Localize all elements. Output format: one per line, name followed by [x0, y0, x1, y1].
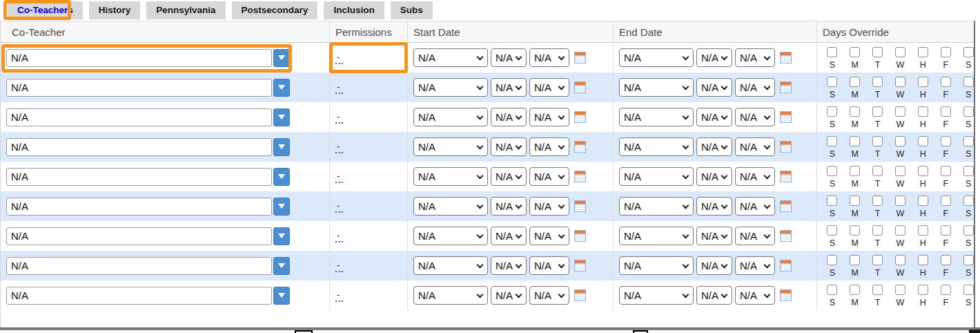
day-checkbox[interactable]	[941, 285, 951, 295]
end-year-select[interactable]: N/A	[735, 48, 775, 67]
day-checkbox[interactable]	[941, 255, 951, 265]
co-teacher-combobox[interactable]: N/A	[6, 227, 272, 245]
day-checkbox[interactable]	[941, 136, 951, 146]
day-checkbox[interactable]	[941, 77, 951, 87]
day-checkbox[interactable]	[827, 255, 837, 265]
start-year-select[interactable]: N/A	[529, 108, 569, 126]
tab-pennsylvania[interactable]: Pennsylvania	[146, 1, 225, 19]
day-checkbox[interactable]	[850, 106, 860, 117]
calendar-icon[interactable]	[780, 82, 792, 93]
calendar-icon[interactable]	[780, 200, 792, 212]
end-day-select[interactable]: N/A	[696, 256, 732, 275]
end-year-select[interactable]: N/A	[735, 256, 775, 275]
day-checkbox[interactable]	[963, 77, 974, 87]
tab-postsecondary[interactable]: Postsecondary	[232, 1, 318, 19]
day-checkbox[interactable]	[895, 225, 905, 236]
tab-co-teachers[interactable]: Co-Teachers	[8, 1, 83, 19]
co-teacher-dropdown-button[interactable]	[273, 198, 290, 216]
day-checkbox[interactable]	[850, 196, 860, 206]
tab-inclusion[interactable]: Inclusion	[324, 1, 384, 19]
end-day-select[interactable]: N/A	[696, 197, 732, 216]
permissions-link[interactable]: -	[335, 200, 343, 213]
day-checkbox[interactable]	[895, 77, 905, 87]
day-checkbox[interactable]	[963, 285, 974, 295]
day-checkbox[interactable]	[872, 77, 883, 87]
day-checkbox[interactable]	[850, 285, 860, 295]
day-checkbox[interactable]	[827, 196, 837, 206]
end-year-select[interactable]: N/A	[735, 78, 775, 97]
start-day-select[interactable]: N/A	[491, 78, 527, 97]
end-month-select[interactable]: N/A	[619, 286, 694, 305]
day-checkbox[interactable]	[941, 225, 951, 236]
day-checkbox[interactable]	[827, 77, 837, 87]
permissions-link[interactable]: -	[335, 141, 343, 153]
calendar-icon[interactable]	[574, 52, 586, 64]
calendar-icon[interactable]	[574, 111, 586, 123]
day-checkbox[interactable]	[895, 136, 905, 146]
day-checkbox[interactable]	[850, 77, 860, 87]
start-day-select[interactable]: N/A	[491, 137, 527, 156]
day-checkbox[interactable]	[895, 255, 905, 265]
day-checkbox[interactable]	[941, 47, 951, 57]
start-day-select[interactable]: N/A	[491, 286, 527, 305]
day-checkbox[interactable]	[895, 106, 905, 117]
day-checkbox[interactable]	[941, 106, 951, 117]
day-checkbox[interactable]	[941, 166, 951, 176]
day-checkbox[interactable]	[850, 47, 860, 57]
start-day-select[interactable]: N/A	[491, 227, 527, 245]
day-checkbox[interactable]	[963, 255, 974, 265]
day-checkbox[interactable]	[850, 136, 860, 146]
day-checkbox[interactable]	[963, 136, 974, 146]
day-checkbox[interactable]	[850, 166, 860, 176]
end-year-select[interactable]: N/A	[735, 197, 775, 216]
day-checkbox[interactable]	[895, 285, 905, 295]
permissions-link[interactable]: -	[335, 260, 343, 272]
day-checkbox[interactable]	[827, 47, 837, 57]
start-month-select[interactable]: N/A	[413, 78, 488, 97]
day-checkbox[interactable]	[872, 285, 883, 295]
co-teacher-dropdown-button[interactable]	[273, 257, 290, 275]
calendar-icon[interactable]	[574, 289, 586, 301]
day-checkbox[interactable]	[918, 77, 928, 87]
day-checkbox[interactable]	[963, 166, 974, 176]
partial-checkbox[interactable]	[633, 330, 648, 333]
start-year-select[interactable]: N/A	[529, 167, 569, 186]
permissions-link[interactable]: -	[335, 111, 343, 124]
day-checkbox[interactable]	[872, 225, 883, 236]
co-teacher-dropdown-button[interactable]	[273, 227, 290, 245]
day-checkbox[interactable]	[872, 166, 883, 176]
day-checkbox[interactable]	[827, 136, 837, 146]
start-month-select[interactable]: N/A	[413, 48, 488, 67]
start-month-select[interactable]: N/A	[413, 167, 488, 186]
start-day-select[interactable]: N/A	[491, 108, 527, 126]
co-teacher-combobox[interactable]: N/A	[6, 168, 272, 186]
day-checkbox[interactable]	[918, 106, 928, 117]
start-year-select[interactable]: N/A	[529, 256, 569, 275]
start-year-select[interactable]: N/A	[529, 48, 569, 67]
end-month-select[interactable]: N/A	[619, 227, 694, 245]
day-checkbox[interactable]	[872, 106, 883, 117]
start-month-select[interactable]: N/A	[413, 256, 488, 275]
start-month-select[interactable]: N/A	[413, 227, 488, 245]
end-month-select[interactable]: N/A	[619, 48, 694, 67]
day-checkbox[interactable]	[895, 196, 905, 206]
day-checkbox[interactable]	[872, 196, 883, 206]
day-checkbox[interactable]	[918, 196, 928, 206]
day-checkbox[interactable]	[918, 166, 928, 176]
calendar-icon[interactable]	[780, 230, 792, 242]
end-month-select[interactable]: N/A	[619, 137, 694, 156]
day-checkbox[interactable]	[895, 166, 905, 176]
end-month-select[interactable]: N/A	[619, 78, 694, 97]
day-checkbox[interactable]	[963, 196, 974, 206]
calendar-icon[interactable]	[574, 171, 586, 182]
start-year-select[interactable]: N/A	[529, 137, 569, 156]
day-checkbox[interactable]	[963, 47, 974, 57]
end-year-select[interactable]: N/A	[735, 227, 775, 245]
end-year-select[interactable]: N/A	[735, 108, 775, 126]
end-month-select[interactable]: N/A	[619, 256, 694, 275]
end-day-select[interactable]: N/A	[696, 137, 732, 156]
day-checkbox[interactable]	[918, 285, 928, 295]
co-teacher-dropdown-button[interactable]	[273, 138, 290, 156]
co-teacher-combobox[interactable]: N/A	[6, 198, 272, 216]
end-month-select[interactable]: N/A	[619, 108, 694, 126]
